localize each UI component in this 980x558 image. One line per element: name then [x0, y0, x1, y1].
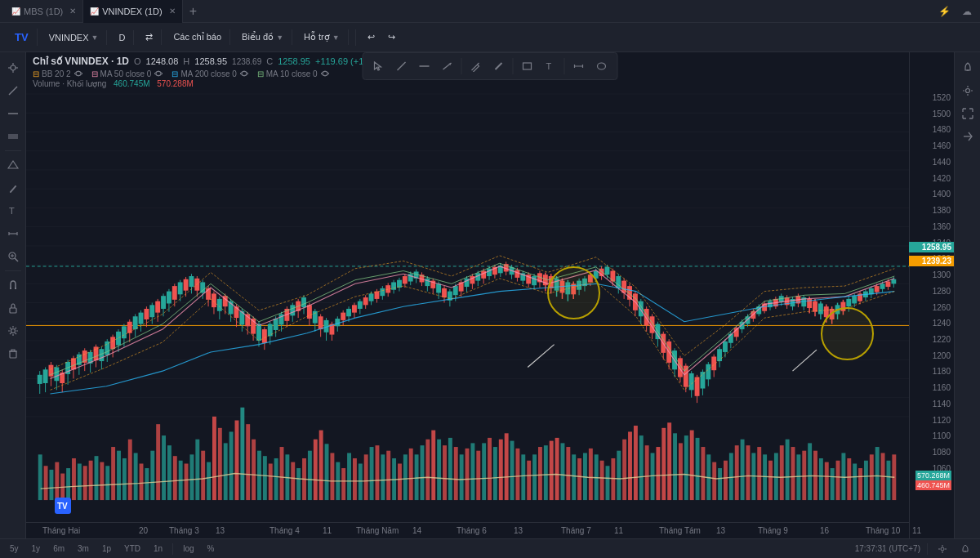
sb-magnet[interactable]	[2, 275, 24, 296]
status-settings-btn[interactable]	[934, 543, 951, 555]
candle-chart	[38, 256, 897, 403]
svg-rect-494	[818, 303, 823, 314]
time-label-thang10: Tháng 10	[866, 526, 900, 535]
vol-bottom-badge: 460.745M	[909, 481, 951, 489]
tab-add-button[interactable]: +	[183, 4, 203, 19]
draw-pencil[interactable]	[466, 56, 487, 77]
svg-rect-74	[105, 466, 109, 500]
svg-rect-184	[724, 461, 728, 500]
price-1380: 1380	[910, 206, 954, 215]
draw-hline[interactable]	[414, 56, 435, 77]
status-6m[interactable]: 6m	[50, 543, 68, 554]
status-log-btn[interactable]: log	[180, 543, 197, 554]
tab-bar-lightning[interactable]: ⚡	[935, 4, 954, 19]
tab-vnindex[interactable]: 📈 VNINDEX (1D) ✕	[83, 0, 182, 23]
status-settings-icon	[938, 544, 947, 554]
svg-rect-105	[280, 447, 284, 500]
svg-rect-65	[55, 462, 59, 500]
svg-rect-256	[149, 305, 154, 317]
sb-trend-line[interactable]	[2, 80, 24, 101]
draw-ellipse[interactable]	[591, 56, 612, 77]
draw-ray[interactable]	[437, 56, 458, 77]
more-button[interactable]: Hỗ trợ ▼	[299, 29, 345, 45]
rs-settings[interactable]	[957, 80, 978, 101]
chart-container[interactable]: Chỉ số VNINDEX · 1D O 1248.08 H 1258.95 …	[26, 52, 954, 538]
svg-rect-258	[155, 301, 160, 313]
symbol-button[interactable]: VNINDEX ▼	[44, 30, 104, 45]
sb-brush[interactable]	[2, 177, 24, 199]
svg-rect-280	[217, 299, 222, 311]
svg-rect-312	[307, 305, 312, 319]
sb-text[interactable]: T	[2, 200, 24, 221]
status-1y[interactable]: 1y	[29, 543, 44, 554]
draw-text[interactable]: T	[540, 56, 561, 77]
sb-lock[interactable]	[2, 297, 24, 319]
indicators-button[interactable]: Các chỉ báo	[168, 29, 226, 45]
sb-settings[interactable]	[2, 320, 24, 341]
svg-rect-252	[139, 313, 144, 324]
svg-rect-300	[274, 319, 278, 330]
svg-rect-130	[421, 445, 425, 500]
svg-rect-168	[634, 426, 638, 500]
svg-rect-170	[645, 445, 649, 500]
status-alert-btn[interactable]	[957, 543, 973, 555]
tab-bar-cloud[interactable]: ☁	[959, 4, 975, 19]
svg-rect-153	[550, 441, 554, 500]
status-6m-label: 6m	[53, 544, 65, 553]
left-sidebar: T	[0, 52, 26, 538]
draw-line[interactable]	[391, 56, 412, 77]
timeframe-button[interactable]: D	[114, 30, 130, 45]
draw-cursor[interactable]	[368, 56, 390, 77]
status-div2	[927, 543, 928, 555]
status-1n[interactable]: 1n	[150, 543, 166, 554]
status-5y[interactable]: 5y	[7, 543, 22, 554]
svg-rect-306	[290, 305, 295, 315]
redo-button[interactable]: ↪	[383, 29, 400, 45]
sb-fibonacci[interactable]	[2, 126, 24, 147]
tab-mbs-close[interactable]: ✕	[69, 7, 76, 16]
chart-svg-container[interactable]	[26, 52, 909, 522]
status-ytd-label: YTD	[124, 544, 140, 553]
svg-text:T: T	[546, 61, 552, 71]
rs-share[interactable]	[957, 126, 978, 147]
sb-measure[interactable]	[2, 223, 24, 244]
status-1y-label: 1y	[32, 544, 41, 553]
logo-button[interactable]: TV	[10, 29, 33, 46]
tab-vnindex-close[interactable]: ✕	[169, 7, 176, 16]
draw-brush[interactable]	[488, 56, 510, 77]
svg-rect-242	[110, 337, 115, 349]
volume-badges: 570.268M 460.745M	[909, 471, 954, 489]
orange-price-value: 1239.23	[920, 256, 954, 266]
sb-hline[interactable]	[2, 103, 24, 124]
svg-rect-216	[38, 375, 42, 384]
orange-price-badge: 1239.23	[909, 256, 954, 266]
draw-measure[interactable]	[568, 56, 590, 77]
drawing-toolbar: T	[363, 52, 618, 80]
rs-fullscreen[interactable]	[957, 103, 978, 124]
tab-mbs[interactable]: 📈 MBS (1D) ✕	[5, 0, 83, 23]
svg-rect-86	[173, 456, 177, 500]
display-button[interactable]: Biểu đồ ▼	[237, 29, 288, 45]
svg-rect-114	[330, 453, 334, 500]
sb-pattern[interactable]	[2, 154, 24, 176]
sb-zoom[interactable]	[2, 246, 24, 267]
rs-alert[interactable]	[957, 57, 978, 78]
arrow-2	[793, 350, 817, 371]
toolbar-divider	[355, 29, 356, 46]
svg-rect-374	[481, 271, 486, 279]
undo-button[interactable]: ↩	[363, 29, 380, 45]
toolbar-symbol-section: VNINDEX ▼	[41, 30, 108, 45]
status-ytd[interactable]: YTD	[121, 543, 144, 554]
sb-crosshair[interactable]	[2, 57, 24, 78]
compare-button[interactable]: ⇄	[140, 29, 158, 45]
status-1p[interactable]: 1p	[99, 543, 114, 554]
indicators-label: Các chỉ báo	[173, 32, 221, 42]
status-pct-btn[interactable]: %	[204, 543, 218, 554]
price-1460: 1460	[910, 141, 954, 150]
svg-rect-141	[482, 443, 486, 500]
status-3m[interactable]: 3m	[74, 543, 92, 554]
price-1080: 1080	[910, 448, 954, 457]
sb-trash[interactable]	[2, 343, 24, 364]
draw-rect[interactable]	[517, 56, 538, 77]
svg-rect-88	[185, 463, 189, 500]
